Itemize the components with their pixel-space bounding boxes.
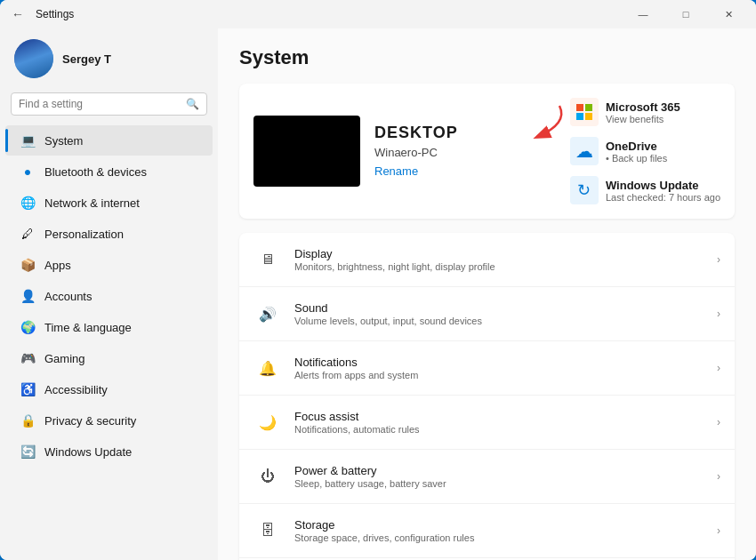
accessibility-icon: ♿ (20, 381, 36, 397)
main-area: Sergey T 🔍 💻 System ● Bluetooth & device… (0, 28, 756, 560)
winupdate-title: Windows Update (606, 179, 720, 192)
svg-rect-1 (576, 104, 583, 111)
settings-item-storage[interactable]: 🗄 Storage Storage space, drives, configu… (239, 504, 735, 558)
search-input[interactable] (19, 98, 181, 110)
apps-icon: 📦 (20, 257, 36, 273)
sidebar-item-apps[interactable]: 📦 Apps (5, 250, 213, 280)
pc-thumbnail (253, 116, 360, 187)
sidebar-label-gaming: Gaming (44, 352, 85, 365)
pc-card: DESKTOP Winaero-PC Rename (239, 84, 735, 219)
notifications-chevron: › (717, 362, 720, 374)
bluetooth-icon: ● (20, 164, 36, 180)
window-controls: — □ ✕ (623, 0, 749, 28)
winupdate-icon: ↻ (570, 176, 599, 204)
sidebar-item-accessibility[interactable]: ♿ Accessibility (5, 374, 213, 404)
sidebar-nav: 💻 System ● Bluetooth & devices 🌐 Network… (0, 124, 218, 551)
sound-icon: 🔊 (253, 300, 282, 328)
maximize-button[interactable]: □ (665, 0, 706, 28)
m365-icon (570, 98, 599, 126)
settings-item-notifications[interactable]: 🔔 Notifications Alerts from apps and sys… (239, 341, 735, 396)
system-icon: 💻 (20, 132, 36, 148)
settings-item-power[interactable]: ⏻ Power & battery Sleep, battery usage, … (239, 450, 735, 504)
svg-rect-2 (585, 104, 592, 111)
focus-chevron: › (717, 416, 720, 428)
title-bar: ← Settings — □ ✕ (0, 0, 756, 28)
personalization-icon: 🖊 (20, 226, 36, 242)
focus-icon: 🌙 (253, 408, 282, 436)
content-area: System DESKTOP Winaero-PC Rename (218, 28, 756, 560)
pc-info: DESKTOP Winaero-PC Rename (374, 124, 556, 179)
storage-chevron: › (717, 524, 720, 537)
sidebar-item-system[interactable]: 💻 System (5, 125, 213, 156)
sidebar-label-network: Network & internet (44, 196, 140, 210)
display-title: Display (294, 247, 704, 260)
sidebar-label-privacy: Privacy & security (44, 414, 136, 428)
notifications-sub: Alerts from apps and system (294, 370, 704, 380)
svg-rect-4 (585, 113, 592, 120)
display-icon: 🖥 (253, 245, 282, 274)
sidebar-item-gaming[interactable]: 🎮 Gaming (5, 343, 213, 373)
sound-chevron: › (717, 308, 720, 320)
close-button[interactable]: ✕ (708, 0, 749, 28)
sidebar-label-personalization: Personalization (44, 228, 124, 241)
sidebar-label-bluetooth: Bluetooth & devices (44, 165, 147, 179)
sidebar-label-accessibility: Accessibility (44, 383, 108, 396)
svg-rect-3 (576, 113, 583, 120)
minimize-button[interactable]: — (623, 0, 664, 28)
storage-sub: Storage space, drives, configuration rul… (294, 532, 704, 543)
sidebar-item-privacy[interactable]: 🔒 Privacy & security (5, 405, 213, 436)
user-name: Sergey T (62, 52, 111, 66)
winupdate-sub: Last checked: 7 hours ago (606, 192, 720, 203)
sidebar-item-personalization[interactable]: 🖊 Personalization (5, 219, 213, 249)
avatar (14, 39, 53, 78)
onedrive-title: OneDrive (606, 140, 667, 153)
sound-title: Sound (294, 301, 704, 315)
power-icon: ⏻ (253, 462, 282, 491)
sidebar-label-time: Time & language (44, 321, 132, 334)
display-sub: Monitors, brightness, night light, displ… (294, 261, 704, 272)
focus-sub: Notifications, automatic rules (294, 424, 704, 435)
sidebar-item-bluetooth[interactable]: ● Bluetooth & devices (5, 156, 213, 187)
network-icon: 🌐 (20, 195, 36, 211)
sidebar-label-system: System (44, 134, 83, 148)
notifications-title: Notifications (294, 356, 704, 369)
user-section: Sergey T (0, 28, 218, 92)
m365-sub: View benefits (606, 114, 680, 124)
focus-title: Focus assist (294, 410, 704, 423)
pc-name: DESKTOP (374, 124, 556, 142)
sidebar-label-apps: Apps (44, 259, 71, 272)
sidebar-item-update[interactable]: 🔄 Windows Update (5, 436, 213, 467)
settings-window: ← Settings — □ ✕ Sergey T 🔍 (0, 0, 756, 560)
onedrive-sub: • Back up files (606, 153, 667, 164)
storage-title: Storage (294, 518, 704, 532)
update-icon: 🔄 (20, 444, 36, 460)
search-icon: 🔍 (186, 98, 199, 110)
storage-icon: 🗄 (253, 516, 282, 545)
m365-title: Microsoft 365 (606, 100, 680, 114)
rename-link[interactable]: Rename (374, 164, 418, 178)
settings-item-sound[interactable]: 🔊 Sound Volume levels, output, input, so… (239, 287, 735, 341)
quick-links: Microsoft 365 View benefits ☁ OneDrive •… (570, 98, 720, 204)
page-title: System (239, 46, 735, 69)
back-button[interactable]: ← (7, 4, 28, 25)
power-sub: Sleep, battery usage, battery saver (294, 478, 704, 489)
settings-item-display[interactable]: 🖥 Display Monitors, brightness, night li… (239, 233, 735, 287)
power-title: Power & battery (294, 464, 704, 477)
quick-link-onedrive[interactable]: ☁ OneDrive • Back up files (570, 137, 720, 165)
sidebar-item-time[interactable]: 🌍 Time & language (5, 312, 213, 342)
quick-link-m365[interactable]: Microsoft 365 View benefits (570, 98, 720, 126)
sidebar-item-network[interactable]: 🌐 Network & internet (5, 188, 213, 218)
notifications-icon: 🔔 (253, 354, 282, 382)
sidebar-item-accounts[interactable]: 👤 Accounts (5, 281, 213, 311)
sidebar-label-accounts: Accounts (44, 290, 92, 303)
sidebar: Sergey T 🔍 💻 System ● Bluetooth & device… (0, 28, 218, 560)
search-box[interactable]: 🔍 (11, 92, 207, 116)
power-chevron: › (717, 470, 720, 483)
sidebar-label-update: Windows Update (44, 445, 132, 459)
settings-item-focus[interactable]: 🌙 Focus assist Notifications, automatic … (239, 396, 735, 450)
onedrive-icon: ☁ (570, 137, 599, 165)
gaming-icon: 🎮 (20, 350, 36, 366)
display-chevron: › (717, 253, 720, 266)
pc-id: Winaero-PC (374, 146, 556, 159)
quick-link-winupdate[interactable]: ↻ Windows Update Last checked: 7 hours a… (570, 176, 720, 204)
